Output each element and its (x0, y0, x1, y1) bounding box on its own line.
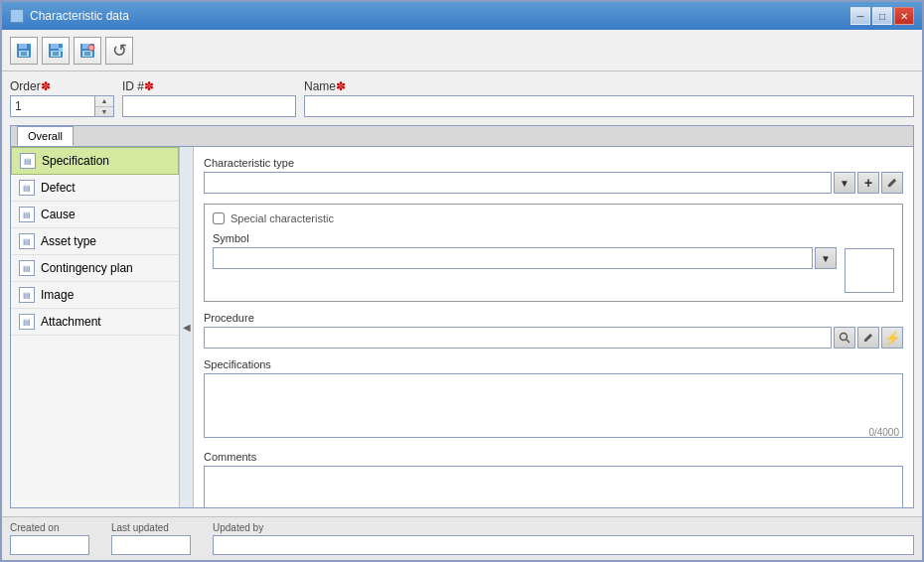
characteristic-type-select[interactable] (204, 172, 832, 194)
order-spinner[interactable]: ▲ ▼ (94, 95, 114, 117)
sidebar-item-contingency-plan[interactable]: ▤ Contingency plan (11, 255, 179, 282)
characteristic-type-add-button[interactable]: + (857, 172, 879, 194)
close-button[interactable]: ✕ (894, 7, 914, 25)
svg-rect-8 (59, 48, 63, 52)
tab-content: ▤ Specification ▤ Defect ▤ Cause ▤ (11, 147, 913, 507)
collapse-sidebar-button[interactable]: ◀ (180, 147, 194, 507)
procedure-lightning-button[interactable]: ⚡ (881, 327, 903, 349)
minimize-button[interactable]: ─ (850, 7, 870, 25)
top-fields: Order✽ ▲ ▼ ID #✽ Name✽ (10, 79, 914, 117)
main-panel: Overall ▤ Specification ▤ Defect (10, 125, 914, 508)
sidebar-item-image[interactable]: ▤ Image (11, 282, 179, 309)
svg-line-15 (847, 340, 849, 343)
comments-row: Comments 0/4000 (204, 451, 903, 507)
order-input[interactable] (10, 95, 94, 117)
window-icon (10, 9, 24, 23)
sidebar-item-specification[interactable]: ▤ Specification (11, 147, 179, 175)
svg-rect-5 (51, 44, 59, 49)
order-group: Order✽ ▲ ▼ (10, 79, 114, 117)
svg-rect-3 (21, 52, 27, 56)
sidebar-item-defect[interactable]: ▤ Defect (11, 175, 179, 202)
created-on-label: Created on (10, 522, 99, 533)
id-group: ID #✽ (122, 79, 296, 117)
sidebar-label-specification: Specification (42, 154, 109, 168)
sidebar-label-contingency: Contingency plan (41, 261, 133, 275)
sidebar: ▤ Specification ▤ Defect ▤ Cause ▤ (11, 147, 180, 507)
special-characteristic-label: Special characteristic (231, 212, 334, 224)
overall-tab[interactable]: Overall (17, 126, 74, 146)
title-bar: Characteristic data ─ □ ✕ (2, 2, 922, 30)
edit-icon (886, 177, 898, 189)
procedure-label: Procedure (204, 312, 903, 324)
procedure-input[interactable] (204, 327, 832, 349)
save-button[interactable] (10, 37, 38, 65)
characteristic-type-row: Characteristic type ▼ + (204, 157, 903, 194)
procedure-row: Procedure (204, 312, 903, 349)
save3-button[interactable] (74, 37, 101, 65)
procedure-search-button[interactable] (834, 327, 855, 349)
sidebar-label-cause: Cause (41, 208, 76, 221)
specification-icon: ▤ (20, 153, 36, 169)
characteristic-type-dropdown[interactable]: ▼ (834, 172, 855, 194)
svg-rect-1 (19, 44, 27, 49)
svg-rect-7 (53, 52, 59, 56)
last-updated-input (111, 535, 191, 555)
last-updated-field: Last updated (111, 522, 201, 555)
form-content: Characteristic type ▼ + (194, 147, 913, 507)
procedure-edit-button[interactable] (857, 327, 879, 349)
asset-type-icon: ▤ (19, 233, 35, 249)
save3-icon (79, 43, 95, 59)
svg-point-14 (841, 334, 847, 341)
symbol-select[interactable] (213, 247, 813, 269)
order-label: Order✽ (10, 79, 114, 93)
refresh-button[interactable]: ↺ (105, 37, 133, 65)
created-on-input (10, 535, 89, 555)
save-icon (16, 43, 32, 59)
created-on-field: Created on (10, 522, 99, 555)
specifications-char-count: 0/4000 (868, 427, 899, 438)
maximize-button[interactable]: □ (872, 7, 892, 25)
characteristic-type-edit-button[interactable] (881, 172, 903, 194)
svg-rect-12 (84, 52, 90, 56)
spinner-up[interactable]: ▲ (95, 96, 113, 107)
symbol-preview (845, 248, 894, 293)
window-title: Characteristic data (30, 9, 129, 23)
comments-label: Comments (204, 451, 903, 463)
save2-icon (48, 43, 64, 59)
svg-point-13 (88, 45, 94, 51)
comments-textarea[interactable] (204, 466, 903, 507)
sidebar-label-image: Image (41, 288, 74, 302)
name-input[interactable] (304, 95, 914, 117)
sidebar-label-asset-type: Asset type (41, 234, 96, 248)
id-label: ID #✽ (122, 79, 296, 93)
sidebar-label-defect: Defect (41, 181, 76, 195)
id-input[interactable] (122, 95, 296, 117)
contingency-icon: ▤ (19, 260, 35, 276)
specifications-textarea[interactable] (204, 373, 903, 438)
specifications-row: Specifications 0/4000 (204, 358, 903, 441)
image-icon: ▤ (19, 287, 35, 303)
defect-icon: ▤ (19, 180, 35, 196)
content-area: Order✽ ▲ ▼ ID #✽ Name✽ (2, 71, 922, 516)
pencil-icon (862, 332, 874, 344)
search-icon (839, 332, 850, 344)
toolbar: ↺ (2, 30, 922, 71)
bottom-bar: Created on Last updated Updated by (2, 516, 922, 560)
save2-button[interactable] (42, 37, 70, 65)
special-characteristic-checkbox[interactable] (213, 212, 225, 224)
updated-by-field: Updated by (213, 522, 914, 555)
characteristic-type-label: Characteristic type (204, 157, 903, 169)
sidebar-item-asset-type[interactable]: ▤ Asset type (11, 228, 179, 255)
special-characteristic-group: Special characteristic Symbol ▼ (204, 204, 903, 302)
last-updated-label: Last updated (111, 522, 201, 533)
main-window: Characteristic data ─ □ ✕ (0, 0, 924, 562)
sidebar-item-cause[interactable]: ▤ Cause (11, 202, 179, 228)
cause-icon: ▤ (19, 207, 35, 222)
spinner-down[interactable]: ▼ (95, 107, 113, 117)
attachment-icon: ▤ (19, 314, 35, 330)
specifications-label: Specifications (204, 358, 903, 370)
symbol-dropdown[interactable]: ▼ (815, 247, 837, 269)
symbol-label: Symbol (213, 232, 837, 244)
sidebar-item-attachment[interactable]: ▤ Attachment (11, 309, 179, 336)
name-label: Name✽ (304, 79, 914, 93)
